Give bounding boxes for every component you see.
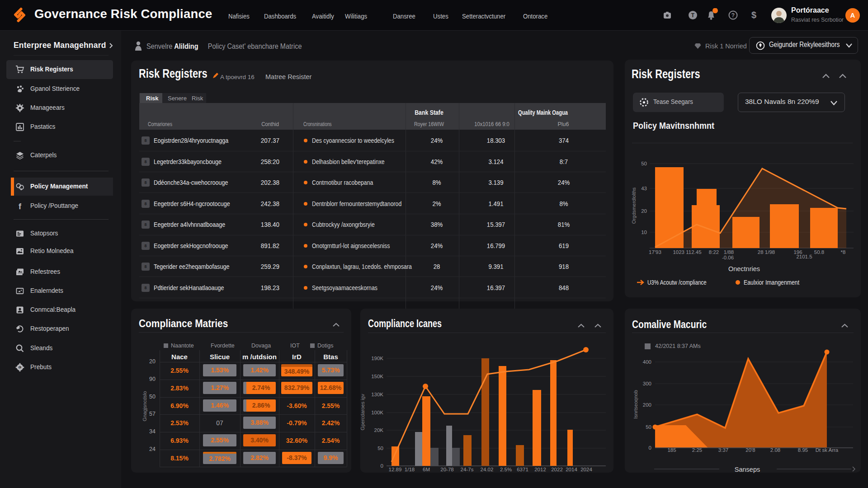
svg-text:?: ? — [731, 12, 735, 19]
svg-text:T: T — [691, 12, 695, 19]
svg-text:$: $ — [19, 366, 21, 370]
svg-text:f: f — [19, 202, 22, 211]
